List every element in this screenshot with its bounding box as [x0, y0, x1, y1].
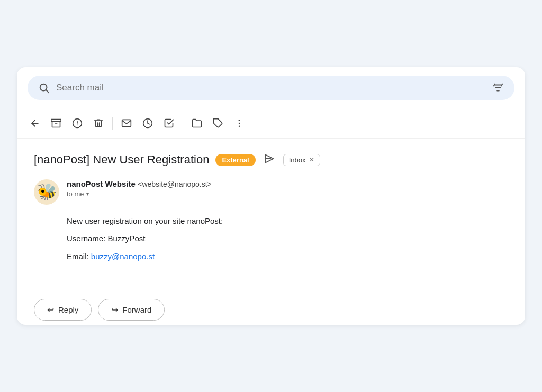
svg-line-6: [501, 84, 502, 86]
forward-to-icon-button[interactable]: [262, 151, 277, 169]
svg-rect-8: [51, 119, 61, 121]
body-line-3-prefix: Email:: [67, 252, 91, 261]
sender-info: nanoPost Website <website@nanopo.st> to …: [67, 179, 508, 198]
inbox-badge: Inbox ✕: [283, 154, 320, 166]
delete-icon: [93, 118, 104, 129]
body-line-3: Email: buzzy@nanopo.st: [67, 250, 508, 263]
svg-line-5: [494, 84, 495, 86]
toolbar-divider-2: [183, 117, 183, 130]
email-content: [nanoPost] New User Registration Externa…: [17, 139, 525, 285]
email-link[interactable]: buzzy@nanopo.st: [91, 252, 155, 261]
back-icon: [30, 118, 40, 129]
to-me-chevron[interactable]: ▾: [86, 191, 89, 197]
done-icon: [164, 118, 174, 129]
mark-unread-button[interactable]: [117, 114, 136, 133]
inbox-badge-close[interactable]: ✕: [309, 156, 314, 163]
external-badge: External: [215, 154, 255, 166]
reply-label: Reply: [58, 305, 78, 314]
archive-button[interactable]: [47, 114, 66, 133]
reply-button[interactable]: ↩ Reply: [34, 299, 92, 321]
move-icon: [192, 118, 202, 129]
snooze-button[interactable]: [138, 114, 157, 133]
body-line-2: Username: BuzzyPost: [67, 232, 508, 245]
reply-icon: ↩: [47, 305, 54, 315]
forward-icon: ↪: [111, 305, 118, 315]
label-icon: [213, 118, 223, 129]
mail-icon: [121, 118, 132, 129]
more-button[interactable]: [230, 114, 249, 133]
search-placeholder: Search mail: [56, 83, 104, 93]
svg-point-14: [239, 120, 240, 121]
to-me-row: to me ▾: [67, 190, 508, 198]
sender-row: 🐝 nanoPost Website <website@nanopo.st> t…: [34, 179, 508, 205]
report-icon: [72, 118, 83, 129]
sender-name: nanoPost Website: [67, 179, 136, 188]
done-button[interactable]: [159, 114, 178, 133]
forward-label: Forward: [122, 305, 151, 314]
more-icon: [234, 118, 245, 129]
clock-icon: [142, 118, 153, 129]
sender-name-row: nanoPost Website <website@nanopo.st>: [67, 179, 508, 189]
email-subject: [nanoPost] New User Registration: [34, 153, 209, 167]
mail-container: Search mail: [17, 67, 525, 325]
move-button[interactable]: [187, 114, 206, 133]
filter-icon[interactable]: [492, 82, 504, 94]
email-body: New user registration on your site nanoP…: [34, 214, 508, 263]
svg-point-15: [239, 123, 240, 124]
to-me-label: to me: [67, 190, 84, 198]
inbox-badge-label: Inbox: [289, 156, 306, 164]
forward-button[interactable]: ↪ Forward: [98, 299, 165, 321]
sender-avatar: 🐝: [34, 179, 59, 205]
search-left: Search mail: [38, 82, 486, 94]
avatar-emoji: 🐝: [37, 183, 57, 201]
sender-email: <website@nanopo.st>: [138, 180, 212, 188]
report-button[interactable]: [68, 114, 87, 133]
archive-icon: [51, 118, 61, 129]
search-bar: Search mail: [28, 76, 514, 100]
search-icon: [38, 82, 50, 94]
action-buttons: ↩ Reply ↪ Forward: [17, 284, 525, 325]
delete-button[interactable]: [89, 114, 108, 133]
send-icon: [264, 153, 275, 164]
back-button[interactable]: [25, 114, 44, 133]
toolbar-divider-1: [112, 117, 113, 130]
subject-row: [nanoPost] New User Registration Externa…: [34, 151, 508, 169]
svg-line-1: [46, 90, 49, 93]
toolbar: [17, 108, 525, 139]
body-line-1: New user registration on your site nanoP…: [67, 214, 508, 228]
svg-point-16: [239, 125, 240, 127]
label-button[interactable]: [209, 114, 228, 133]
